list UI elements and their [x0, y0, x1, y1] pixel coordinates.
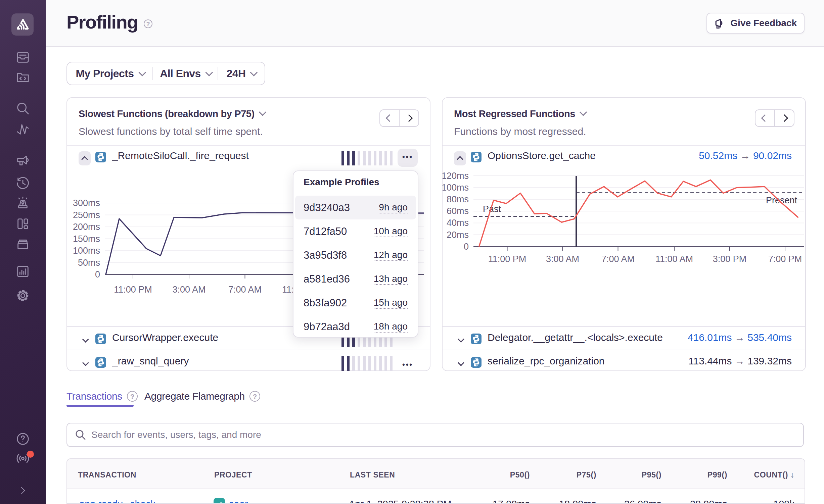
svg-text:0: 0 — [464, 242, 469, 252]
svg-text:150ms: 150ms — [73, 234, 100, 244]
svg-text:50ms: 50ms — [78, 258, 100, 268]
svg-text:200ms: 200ms — [73, 222, 100, 232]
svg-text:20ms: 20ms — [447, 230, 469, 240]
svg-text:250ms: 250ms — [73, 210, 100, 220]
svg-text:Present: Present — [766, 195, 797, 205]
svg-text:3:00 AM: 3:00 AM — [172, 285, 205, 295]
svg-text:7:00 AM: 7:00 AM — [228, 285, 262, 295]
svg-text:60ms: 60ms — [447, 206, 469, 216]
svg-text:0: 0 — [95, 269, 100, 280]
svg-text:11:00 PM: 11:00 PM — [114, 285, 152, 295]
svg-text:100ms: 100ms — [443, 183, 469, 193]
svg-text:300ms: 300ms — [73, 198, 100, 208]
svg-text:11:00 PM: 11:00 PM — [488, 254, 527, 264]
svg-text:100ms: 100ms — [73, 246, 100, 256]
svg-text:120ms: 120ms — [443, 172, 469, 181]
svg-text:11:00 AM: 11:00 AM — [655, 254, 693, 264]
svg-text:40ms: 40ms — [447, 218, 469, 228]
svg-text:7:00 AM: 7:00 AM — [601, 254, 635, 264]
svg-text:80ms: 80ms — [447, 194, 469, 204]
svg-text:7:00 PM: 7:00 PM — [768, 254, 802, 264]
svg-text:3:00 AM: 3:00 AM — [546, 254, 579, 264]
svg-text:3:00 PM: 3:00 PM — [713, 254, 747, 264]
